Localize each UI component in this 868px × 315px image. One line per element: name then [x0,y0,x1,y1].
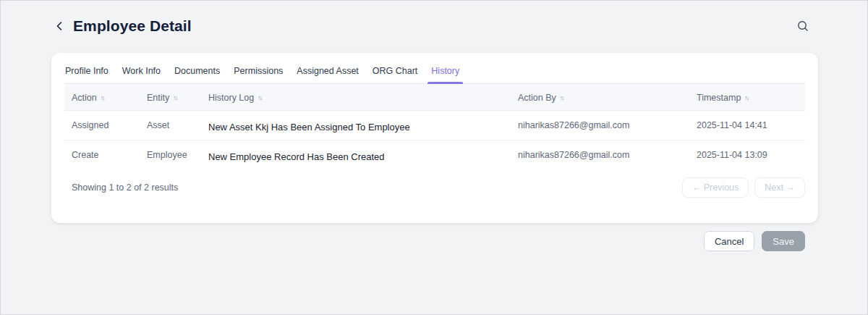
pagination: ← Previous Next → [682,177,805,198]
page-actions: Cancel Save [1,231,805,251]
column-header-action: Action ↑↓ [64,91,140,104]
cell-action-by: niharikas87266@gmail.com [511,150,689,160]
column-label: Action [72,93,97,103]
table-header-row: Action ↑↓ Entity ↑↓ History Log ↑↓ [64,84,805,111]
cell-action: Assigned [64,120,140,130]
sort-arrows-icon: ↑↓ [173,94,178,101]
sort-entity[interactable]: Entity ↑↓ [147,93,178,103]
column-header-timestamp: Timestamp ↑↓ [689,91,805,104]
previous-button[interactable]: ← Previous [682,177,749,198]
column-label: Entity [147,93,169,103]
next-button[interactable]: Next → [754,177,805,198]
cell-history-log: New Asset Kkj Has Been Assigned To Emplo… [201,118,511,133]
sort-action[interactable]: Action ↑↓ [72,93,106,103]
cell-timestamp: 2025-11-04 14:41 [689,120,805,130]
column-label: History Log [208,93,254,103]
cell-action-by: niharikas87266@gmail.com [511,120,689,130]
employee-detail-card: Profile Info Work Info Documents Permiss… [51,53,818,223]
tab-history[interactable]: History [430,62,460,83]
column-label: Timestamp [697,93,741,103]
chevron-left-icon [54,20,65,32]
tab-permissions[interactable]: Permissions [233,62,284,83]
tab-profile-info[interactable]: Profile Info [64,62,109,83]
table-row: Assigned Asset New Asset Kkj Has Been As… [64,111,805,140]
tab-documents[interactable]: Documents [174,62,221,83]
cell-timestamp: 2025-11-04 13:09 [689,150,805,160]
results-summary: Showing 1 to 2 of 2 results [72,182,178,193]
column-header-history-log: History Log ↑↓ [201,91,511,104]
cell-entity: Asset [140,120,201,130]
tab-bar: Profile Info Work Info Documents Permiss… [64,62,805,84]
table-footer: Showing 1 to 2 of 2 results ← Previous N… [64,169,805,198]
page-header: Employee Detail [1,1,867,51]
cancel-button[interactable]: Cancel [704,231,754,251]
page-header-left: Employee Detail [53,17,795,35]
sort-action-by[interactable]: Action By ↑↓ [518,93,565,103]
column-header-action-by: Action By ↑↓ [511,91,689,104]
save-button[interactable]: Save [762,231,805,251]
employee-detail-page: Employee Detail Profile Info Work Info D… [1,1,867,251]
sort-arrows-icon: ↑↓ [258,94,263,101]
sort-arrows-icon: ↑↓ [560,94,565,101]
tab-assigned-asset[interactable]: Assigned Asset [296,62,359,83]
sort-history-log[interactable]: History Log ↑↓ [208,93,263,103]
sort-timestamp[interactable]: Timestamp ↑↓ [697,93,749,103]
cell-entity: Employee [140,150,201,160]
tab-org-chart[interactable]: ORG Chart [372,62,419,83]
table-row: Create Employee New Employee Record Has … [64,140,805,169]
search-button[interactable] [795,18,811,34]
cell-action: Create [64,150,140,160]
page-title: Employee Detail [73,17,192,35]
column-header-entity: Entity ↑↓ [140,91,201,104]
search-icon [796,20,809,33]
cell-history-log: New Employee Record Has Been Created [201,148,511,162]
back-button[interactable] [53,20,66,33]
tab-work-info[interactable]: Work Info [122,62,161,83]
history-table: Action ↑↓ Entity ↑↓ History Log ↑↓ [64,84,805,198]
column-label: Action By [518,93,556,103]
sort-arrows-icon: ↑↓ [101,94,106,101]
sort-arrows-icon: ↑↓ [744,94,749,101]
